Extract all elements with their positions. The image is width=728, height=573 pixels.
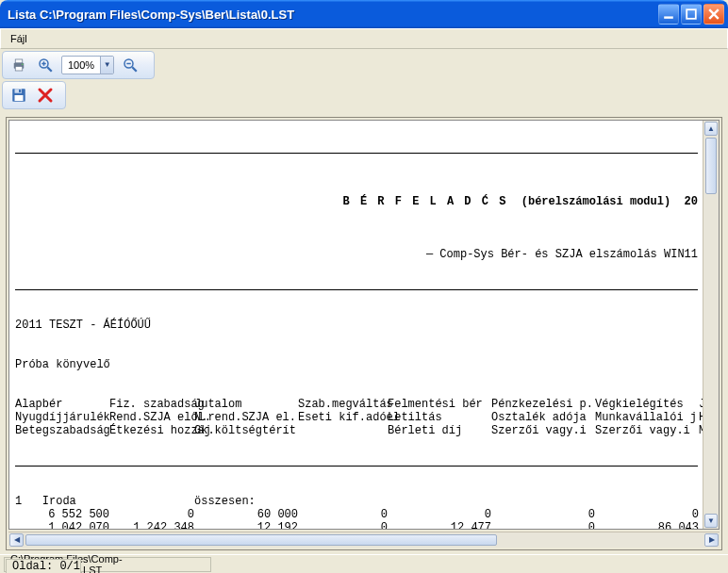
vertical-scrollbar[interactable]: ▲ ▼ bbox=[703, 121, 719, 529]
report-content: B É R F E L A D Ć S (bérelszámolási modu… bbox=[15, 124, 698, 530]
report-subtest-line: Próba könyvelő bbox=[15, 358, 698, 371]
report-subtitle: — Comp-Sys Bér- és SZJA elszámolás WIN11 bbox=[15, 248, 698, 261]
floppy-icon bbox=[10, 87, 27, 104]
scroll-left-button[interactable]: ◀ bbox=[9, 533, 24, 547]
svg-line-11 bbox=[132, 67, 137, 72]
printer-icon bbox=[10, 57, 27, 74]
zoom-select[interactable]: 100% ▼ bbox=[61, 56, 114, 74]
svg-line-7 bbox=[47, 67, 52, 72]
save-button[interactable] bbox=[8, 85, 29, 106]
print-button[interactable] bbox=[8, 55, 29, 75]
report-viewport: B É R F E L A D Ć S (bérelszámolási modu… bbox=[6, 117, 722, 550]
scroll-up-button[interactable]: ▲ bbox=[704, 122, 718, 136]
header-row: AlapbérFiz. szabadságJutalomSzab.megvált… bbox=[15, 398, 698, 411]
x-icon bbox=[37, 87, 54, 104]
vertical-scroll-thumb[interactable] bbox=[705, 138, 717, 194]
svg-rect-16 bbox=[19, 90, 21, 92]
zoom-value: 100% bbox=[62, 59, 100, 71]
title-bar: Lista C:\Program Files\Comp-Sys\Ber\List… bbox=[0, 0, 728, 28]
window-title: Lista C:\Program Files\Comp-Sys\Ber\List… bbox=[8, 8, 658, 22]
header-row: BetegszabadságÉtkezési hozzájGk.költségt… bbox=[15, 424, 698, 437]
close-button[interactable] bbox=[703, 4, 724, 25]
section-label: 1 Irodaösszesen: bbox=[15, 495, 698, 508]
scroll-down-button[interactable]: ▼ bbox=[704, 514, 718, 528]
horizontal-scroll-thumb[interactable] bbox=[25, 534, 497, 546]
minimize-button[interactable] bbox=[658, 4, 679, 25]
window-controls bbox=[658, 4, 724, 25]
report-page: B É R F E L A D Ć S (bérelszámolási modu… bbox=[8, 120, 720, 530]
status-bar: C:\Program Files\Comp-Sys\Ber\Lista\0.LS… bbox=[0, 554, 728, 573]
svg-rect-15 bbox=[15, 95, 24, 101]
header-row: NyugdíjjárulékRend.SZJA elől.N.rend.SZJA… bbox=[15, 411, 698, 424]
delete-button[interactable] bbox=[35, 85, 56, 106]
svg-rect-3 bbox=[15, 59, 23, 63]
menu-file[interactable]: Fájl bbox=[5, 31, 33, 46]
status-page: Oldal: 0/1 bbox=[6, 559, 81, 573]
toolbar-area: 100% ▼ bbox=[0, 49, 728, 113]
svg-rect-4 bbox=[15, 67, 23, 72]
horizontal-scrollbar[interactable]: ◀ ▶ bbox=[8, 532, 720, 548]
zoom-dropdown-arrow[interactable]: ▼ bbox=[100, 57, 113, 74]
toolbar-zoom-group: 100% ▼ bbox=[2, 51, 155, 79]
toolbar-file-group bbox=[2, 81, 66, 109]
zoom-out-icon bbox=[122, 57, 139, 74]
report-title: B É R F E L A D Ć S bbox=[343, 195, 508, 208]
zoom-in-icon bbox=[37, 57, 54, 74]
svg-point-5 bbox=[22, 64, 24, 66]
report-test-line: 2011 TESZT - ÁÉÍÓŐÚŰ bbox=[15, 319, 698, 332]
data-row: 6 552 500060 00000000 bbox=[15, 508, 698, 521]
zoom-out-button[interactable] bbox=[120, 55, 141, 75]
svg-rect-1 bbox=[687, 9, 696, 19]
svg-rect-0 bbox=[664, 16, 673, 18]
data-row: 1 042 0701 242 34812 192012 477086 0430 bbox=[15, 521, 698, 530]
scroll-right-button[interactable]: ▶ bbox=[704, 533, 719, 547]
zoom-in-button[interactable] bbox=[35, 55, 56, 75]
maximize-button[interactable] bbox=[681, 4, 702, 25]
menu-bar: Fájl bbox=[0, 28, 728, 49]
